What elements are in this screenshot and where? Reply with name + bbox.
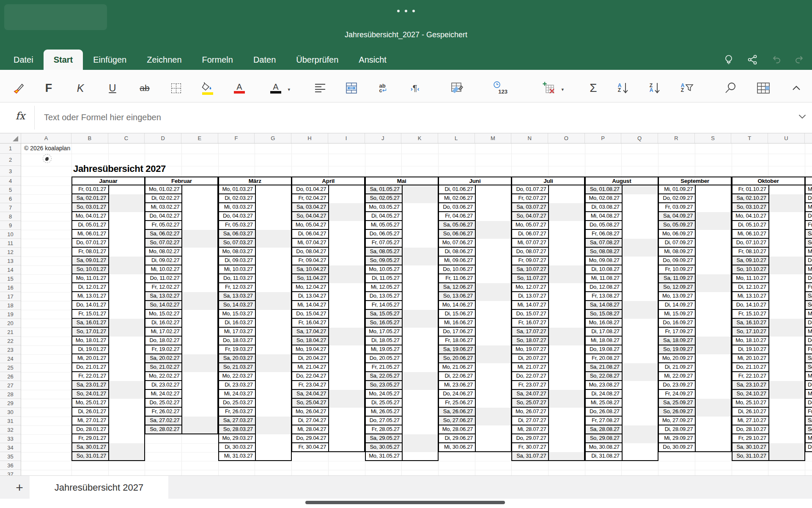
date-cell[interactable]: Di, 25.05.27 bbox=[366, 399, 403, 408]
notes-cell[interactable] bbox=[476, 221, 511, 230]
notes-cell[interactable] bbox=[476, 248, 511, 257]
column-header-L[interactable]: L bbox=[438, 133, 475, 143]
date-cell[interactable]: Sa, 27.11.27 bbox=[806, 417, 812, 425]
date-cell[interactable]: Mo, 04.10.27 bbox=[732, 212, 769, 221]
notes-cell[interactable] bbox=[696, 194, 731, 203]
notes-cell[interactable] bbox=[329, 283, 364, 292]
date-cell[interactable]: Sa, 24.07.27 bbox=[512, 390, 549, 399]
date-cell[interactable]: Di, 09.02.27 bbox=[145, 257, 182, 265]
date-cell[interactable]: Mo, 12.07.27 bbox=[512, 283, 549, 292]
date-cell[interactable]: Fr, 08.01.27 bbox=[72, 248, 109, 257]
notes-cell[interactable] bbox=[256, 221, 291, 230]
notes-cell[interactable] bbox=[403, 203, 438, 212]
notes-cell[interactable] bbox=[182, 292, 217, 301]
notes-cell[interactable] bbox=[329, 337, 364, 345]
notes-cell[interactable] bbox=[403, 443, 438, 452]
notes-cell[interactable] bbox=[623, 337, 658, 345]
notes-cell[interactable] bbox=[109, 337, 144, 345]
notes-cell[interactable] bbox=[109, 230, 144, 239]
wrap-text-button[interactable]: ab c↵ bbox=[372, 77, 394, 99]
date-cell[interactable]: Sa, 08.05.27 bbox=[366, 248, 403, 257]
date-cell[interactable]: Fr, 19.11.27 bbox=[806, 345, 812, 354]
date-cell[interactable]: Fr, 12.11.27 bbox=[806, 283, 812, 292]
notes-cell[interactable] bbox=[403, 185, 438, 194]
date-cell[interactable]: Di, 10.08.27 bbox=[586, 265, 623, 274]
date-cell[interactable]: Sa, 18.09.27 bbox=[659, 337, 696, 345]
date-cell[interactable]: Mo, 02.08.27 bbox=[586, 194, 623, 203]
notes-cell[interactable] bbox=[549, 257, 584, 265]
date-cell[interactable]: Mo, 16.08.27 bbox=[586, 319, 623, 328]
date-cell[interactable]: Mo, 14.06.27 bbox=[439, 301, 476, 310]
notes-cell[interactable] bbox=[769, 257, 804, 265]
notes-cell[interactable] bbox=[256, 292, 291, 301]
date-cell[interactable]: Sa, 13.03.27 bbox=[219, 292, 256, 301]
notes-cell[interactable] bbox=[329, 408, 364, 417]
notes-cell[interactable] bbox=[109, 248, 144, 257]
notes-cell[interactable] bbox=[476, 292, 511, 301]
notes-cell[interactable] bbox=[623, 265, 658, 274]
date-cell[interactable]: So, 31.10.27 bbox=[732, 452, 769, 460]
notes-cell[interactable] bbox=[403, 248, 438, 257]
date-cell[interactable]: Fr, 23.07.27 bbox=[512, 381, 549, 390]
column-header-J[interactable]: J bbox=[365, 133, 402, 143]
date-cell[interactable]: Mo, 22.11.27 bbox=[806, 372, 812, 381]
notes-cell[interactable] bbox=[329, 230, 364, 239]
row-header-25[interactable]: 25 bbox=[0, 363, 21, 372]
notes-cell[interactable] bbox=[182, 425, 217, 433]
notes-cell[interactable] bbox=[109, 292, 144, 301]
notes-cell[interactable] bbox=[623, 434, 658, 443]
menu-tab-berprfen[interactable]: Überprüfen bbox=[286, 50, 348, 70]
date-cell[interactable]: So, 25.07.27 bbox=[512, 399, 549, 408]
notes-cell[interactable] bbox=[403, 319, 438, 328]
notes-cell[interactable] bbox=[403, 390, 438, 399]
date-cell[interactable]: Di, 13.04.27 bbox=[292, 292, 329, 301]
date-cell[interactable]: Mi, 13.10.27 bbox=[732, 292, 769, 301]
notes-cell[interactable] bbox=[476, 257, 511, 265]
notes-cell[interactable] bbox=[403, 337, 438, 345]
date-cell[interactable]: So, 14.03.27 bbox=[219, 301, 256, 310]
date-cell[interactable]: Mo, 05.04.27 bbox=[292, 221, 329, 230]
notes-cell[interactable] bbox=[769, 239, 804, 248]
notes-cell[interactable] bbox=[696, 283, 731, 292]
date-cell[interactable]: Di, 12.10.27 bbox=[732, 283, 769, 292]
notes-cell[interactable] bbox=[182, 194, 217, 203]
notes-cell[interactable] bbox=[182, 319, 217, 328]
date-cell[interactable]: Di, 02.11.27 bbox=[806, 194, 812, 203]
notes-cell[interactable] bbox=[623, 408, 658, 417]
date-cell[interactable]: So, 03.01.27 bbox=[72, 203, 109, 212]
notes-cell[interactable] bbox=[109, 239, 144, 248]
date-cell[interactable]: Sa, 12.06.27 bbox=[439, 283, 476, 292]
more-options-dots[interactable] bbox=[0, 7, 812, 14]
notes-cell[interactable] bbox=[549, 390, 584, 399]
date-cell[interactable]: Do, 01.04.27 bbox=[292, 185, 329, 194]
date-cell[interactable]: Do, 29.07.27 bbox=[512, 434, 549, 443]
notes-cell[interactable] bbox=[696, 345, 731, 354]
column-header-H[interactable]: H bbox=[291, 133, 328, 143]
underline-button[interactable]: U bbox=[102, 77, 123, 99]
date-cell[interactable]: Fr, 15.01.27 bbox=[72, 310, 109, 319]
notes-cell[interactable] bbox=[549, 425, 584, 434]
notes-cell[interactable] bbox=[549, 417, 584, 425]
notes-cell[interactable] bbox=[182, 328, 217, 337]
date-cell[interactable]: Mi, 24.03.27 bbox=[219, 390, 256, 399]
date-cell[interactable]: Do, 21.10.27 bbox=[732, 363, 769, 372]
date-cell[interactable]: Fr, 19.03.27 bbox=[219, 345, 256, 354]
date-cell[interactable]: Fr, 03.09.27 bbox=[659, 203, 696, 212]
date-cell[interactable]: Sa, 30.10.27 bbox=[732, 443, 769, 452]
date-cell[interactable]: So, 17.01.27 bbox=[72, 328, 109, 337]
notes-cell[interactable] bbox=[329, 363, 364, 372]
notes-cell[interactable] bbox=[696, 337, 731, 345]
notes-cell[interactable] bbox=[256, 354, 291, 363]
notes-cell[interactable] bbox=[256, 337, 291, 345]
notes-cell[interactable] bbox=[329, 417, 364, 425]
date-cell[interactable]: Mi, 03.03.27 bbox=[219, 203, 256, 212]
date-cell[interactable]: Mi, 24.11.27 bbox=[806, 390, 812, 399]
notes-cell[interactable] bbox=[256, 248, 291, 257]
notes-cell[interactable] bbox=[182, 363, 217, 372]
notes-cell[interactable] bbox=[623, 292, 658, 301]
date-cell[interactable]: Sa, 17.04.27 bbox=[292, 328, 329, 337]
italic-button[interactable]: K bbox=[69, 77, 91, 99]
horizontal-scrollbar[interactable] bbox=[305, 501, 505, 504]
date-cell[interactable]: So, 26.09.27 bbox=[659, 408, 696, 417]
row-header-16[interactable]: 16 bbox=[0, 283, 21, 292]
